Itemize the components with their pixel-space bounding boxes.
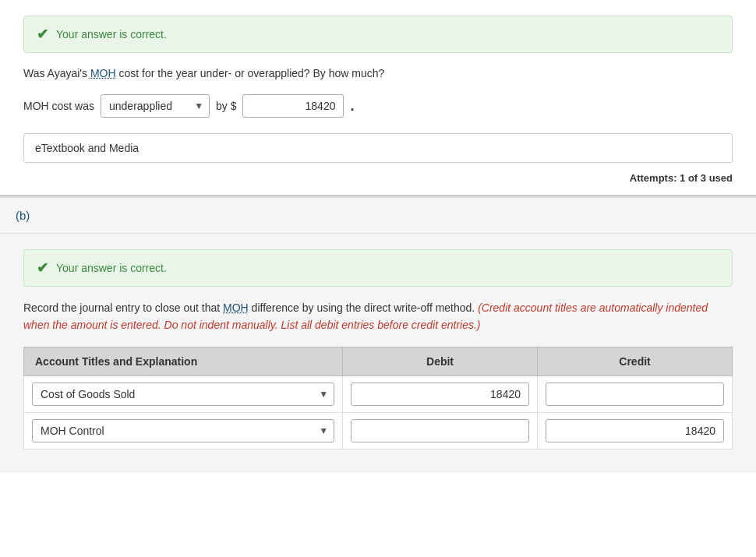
account-dropdown-2[interactable]: MOH Control Cost of Goods Sold Manufactu… <box>32 419 334 442</box>
account-cell-1: Cost of Goods Sold MOH Control Manufactu… <box>24 375 343 412</box>
credit-cell-2 <box>538 412 733 449</box>
credit-input-2[interactable] <box>546 419 724 442</box>
amount-input[interactable] <box>242 94 344 118</box>
question-text-a: Was Ayayai's MOH cost for the year under… <box>23 65 733 82</box>
check-icon-a: ✔ <box>37 26 48 43</box>
instruction-red: (Credit account titles are automatically… <box>23 301 708 331</box>
debit-cell-1 <box>343 375 538 412</box>
part-b-header: (b) <box>0 196 756 234</box>
part-b-label: (b) <box>16 209 30 222</box>
etextbook-box[interactable]: eTextbook and Media <box>23 133 733 163</box>
table-header-row: Account Titles and Explanation Debit Cre… <box>24 347 733 375</box>
attempts-strong: Attempts: 1 of 3 used <box>630 172 733 184</box>
etextbook-label: eTextbook and Media <box>35 142 139 154</box>
by-label: by $ <box>216 100 236 112</box>
debit-cell-2 <box>343 412 538 449</box>
table-row: Cost of Goods Sold MOH Control Manufactu… <box>24 375 733 412</box>
credit-cell-1 <box>538 375 733 412</box>
account-select-wrapper-2[interactable]: MOH Control Cost of Goods Sold Manufactu… <box>32 419 334 442</box>
alert-text-a: Your answer is correct. <box>56 28 167 41</box>
moh-highlight-b: MOH <box>223 301 249 314</box>
debit-input-1[interactable] <box>351 382 529 406</box>
col-credit: Credit <box>538 347 733 375</box>
applied-select-wrapper[interactable]: underapplied overapplied ▼ <box>101 94 210 118</box>
alert-text-b: Your answer is correct. <box>56 262 167 274</box>
moh-label: MOH cost was <box>23 100 94 112</box>
account-dropdown-1[interactable]: Cost of Goods Sold MOH Control Manufactu… <box>32 382 334 406</box>
section-a: ✔ Your answer is correct. Was Ayayai's M… <box>0 0 756 195</box>
section-b-body: ✔ Your answer is correct. Record the jou… <box>0 234 756 473</box>
alert-success-b: ✔ Your answer is correct. <box>23 249 733 287</box>
section-b: (b) ✔ Your answer is correct. Record the… <box>0 195 756 473</box>
moh-form: MOH cost was underapplied overapplied ▼ … <box>23 94 733 118</box>
check-icon-b: ✔ <box>37 259 48 277</box>
debit-input-2[interactable] <box>351 419 529 442</box>
applied-dropdown[interactable]: underapplied overapplied <box>101 94 210 118</box>
moh-highlight: MOH <box>90 67 116 79</box>
attempts-text-a: Attempts: 1 of 3 used <box>23 172 733 184</box>
period-dot: . <box>350 98 354 115</box>
account-cell-2: MOH Control Cost of Goods Sold Manufactu… <box>24 412 343 449</box>
credit-input-1[interactable] <box>546 382 724 406</box>
table-row: MOH Control Cost of Goods Sold Manufactu… <box>24 412 733 449</box>
col-account: Account Titles and Explanation <box>24 347 343 375</box>
alert-success-a: ✔ Your answer is correct. <box>23 16 733 53</box>
col-debit: Debit <box>343 347 538 375</box>
account-select-wrapper-1[interactable]: Cost of Goods Sold MOH Control Manufactu… <box>32 382 334 406</box>
journal-table: Account Titles and Explanation Debit Cre… <box>23 347 733 449</box>
instruction-text: Record the journal entry to close out th… <box>23 299 733 334</box>
